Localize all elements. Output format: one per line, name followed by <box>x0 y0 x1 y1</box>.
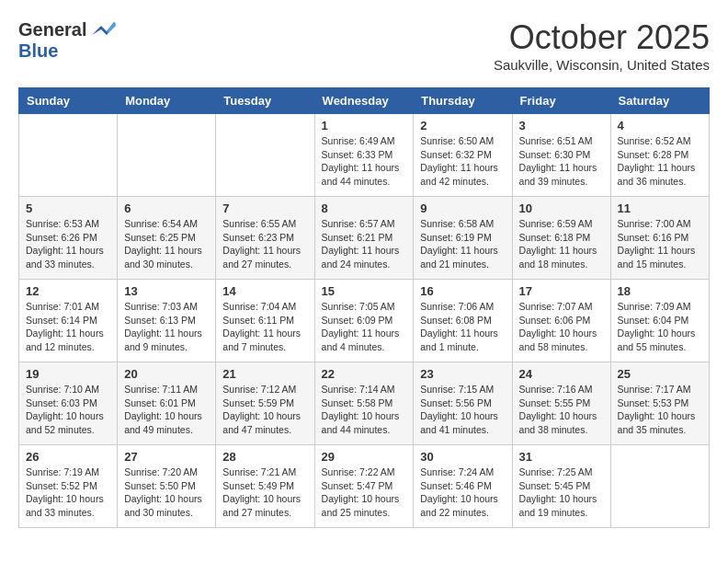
calendar-day-29: 29Sunrise: 7:22 AM Sunset: 5:47 PM Dayli… <box>314 445 414 528</box>
calendar-day-11: 11Sunrise: 7:00 AM Sunset: 6:16 PM Dayli… <box>610 197 709 280</box>
day-number: 11 <box>618 201 702 215</box>
day-number: 10 <box>519 201 604 215</box>
day-info: Sunrise: 7:00 AM Sunset: 6:16 PM Dayligh… <box>618 217 702 271</box>
day-number: 5 <box>26 201 110 215</box>
day-number: 22 <box>322 367 407 381</box>
calendar-day-12: 12Sunrise: 7:01 AM Sunset: 6:14 PM Dayli… <box>19 280 118 362</box>
day-number: 26 <box>26 450 110 464</box>
weekday-header-thursday: Thursday <box>414 88 512 114</box>
day-number: 20 <box>124 367 209 381</box>
day-info: Sunrise: 7:04 AM Sunset: 6:11 PM Dayligh… <box>222 300 307 354</box>
day-info: Sunrise: 7:11 AM Sunset: 6:01 PM Dayligh… <box>124 383 209 437</box>
calendar-day-6: 6Sunrise: 6:54 AM Sunset: 6:25 PM Daylig… <box>118 197 216 280</box>
day-number: 18 <box>618 284 702 298</box>
day-info: Sunrise: 7:19 AM Sunset: 5:52 PM Dayligh… <box>26 465 110 520</box>
day-info: Sunrise: 7:20 AM Sunset: 5:50 PM Dayligh… <box>124 465 209 520</box>
day-info: Sunrise: 6:50 AM Sunset: 6:32 PM Dayligh… <box>420 134 505 189</box>
day-info: Sunrise: 6:57 AM Sunset: 6:21 PM Dayligh… <box>322 217 407 271</box>
day-info: Sunrise: 6:52 AM Sunset: 6:28 PM Dayligh… <box>618 134 702 189</box>
logo-bird-icon <box>88 18 116 40</box>
day-number: 23 <box>420 367 505 381</box>
logo-blue: Blue <box>18 40 58 61</box>
calendar-day-21: 21Sunrise: 7:12 AM Sunset: 5:59 PM Dayli… <box>216 362 314 445</box>
day-number: 3 <box>519 119 604 132</box>
day-number: 8 <box>322 201 407 215</box>
day-info: Sunrise: 7:15 AM Sunset: 5:56 PM Dayligh… <box>420 383 505 437</box>
day-info: Sunrise: 7:17 AM Sunset: 5:53 PM Dayligh… <box>618 383 702 437</box>
calendar-day-13: 13Sunrise: 7:03 AM Sunset: 6:13 PM Dayli… <box>118 280 216 362</box>
day-info: Sunrise: 6:51 AM Sunset: 6:30 PM Dayligh… <box>519 134 604 189</box>
location-subtitle: Saukville, Wisconsin, United States <box>494 57 710 73</box>
calendar-week-row: 26Sunrise: 7:19 AM Sunset: 5:52 PM Dayli… <box>19 445 710 528</box>
weekday-header-tuesday: Tuesday <box>216 88 314 114</box>
day-info: Sunrise: 7:22 AM Sunset: 5:47 PM Dayligh… <box>322 465 407 520</box>
day-number: 24 <box>519 367 604 381</box>
calendar-day-18: 18Sunrise: 7:09 AM Sunset: 6:04 PM Dayli… <box>610 280 709 362</box>
calendar-day-5: 5Sunrise: 6:53 AM Sunset: 6:26 PM Daylig… <box>19 197 118 280</box>
calendar-day-3: 3Sunrise: 6:51 AM Sunset: 6:30 PM Daylig… <box>512 114 610 197</box>
day-number: 29 <box>322 450 407 464</box>
page-header: General Blue October 2025 Saukville, Wis… <box>18 18 710 73</box>
weekday-header-friday: Friday <box>512 88 610 114</box>
day-info: Sunrise: 7:16 AM Sunset: 5:55 PM Dayligh… <box>519 383 604 437</box>
calendar-day-16: 16Sunrise: 7:06 AM Sunset: 6:08 PM Dayli… <box>414 280 512 362</box>
calendar-day-8: 8Sunrise: 6:57 AM Sunset: 6:21 PM Daylig… <box>314 197 414 280</box>
day-number: 7 <box>222 201 307 215</box>
calendar-day-9: 9Sunrise: 6:58 AM Sunset: 6:19 PM Daylig… <box>414 197 512 280</box>
day-number: 14 <box>222 284 307 298</box>
month-title: October 2025 <box>494 18 710 57</box>
day-number: 25 <box>618 367 702 381</box>
calendar-day-30: 30Sunrise: 7:24 AM Sunset: 5:46 PM Dayli… <box>414 445 512 528</box>
calendar-day-20: 20Sunrise: 7:11 AM Sunset: 6:01 PM Dayli… <box>118 362 216 445</box>
day-number: 1 <box>322 119 407 132</box>
day-number: 4 <box>618 119 702 132</box>
calendar-day-1: 1Sunrise: 6:49 AM Sunset: 6:33 PM Daylig… <box>314 114 414 197</box>
day-info: Sunrise: 6:58 AM Sunset: 6:19 PM Dayligh… <box>420 217 505 271</box>
day-info: Sunrise: 7:07 AM Sunset: 6:06 PM Dayligh… <box>519 300 604 354</box>
day-number: 30 <box>420 450 505 464</box>
day-number: 12 <box>26 284 110 298</box>
calendar-day-empty <box>216 114 314 197</box>
calendar-day-31: 31Sunrise: 7:25 AM Sunset: 5:45 PM Dayli… <box>512 445 610 528</box>
day-info: Sunrise: 6:53 AM Sunset: 6:26 PM Dayligh… <box>26 217 110 271</box>
calendar-day-empty <box>19 114 118 197</box>
day-number: 27 <box>124 450 209 464</box>
day-info: Sunrise: 7:24 AM Sunset: 5:46 PM Dayligh… <box>420 465 505 520</box>
calendar-day-14: 14Sunrise: 7:04 AM Sunset: 6:11 PM Dayli… <box>216 280 314 362</box>
calendar-week-row: 5Sunrise: 6:53 AM Sunset: 6:26 PM Daylig… <box>19 197 710 280</box>
day-number: 16 <box>420 284 505 298</box>
day-info: Sunrise: 7:06 AM Sunset: 6:08 PM Dayligh… <box>420 300 505 354</box>
day-number: 2 <box>420 119 505 132</box>
calendar-week-row: 1Sunrise: 6:49 AM Sunset: 6:33 PM Daylig… <box>19 114 710 197</box>
calendar-day-4: 4Sunrise: 6:52 AM Sunset: 6:28 PM Daylig… <box>610 114 709 197</box>
day-number: 6 <box>124 201 209 215</box>
day-info: Sunrise: 7:09 AM Sunset: 6:04 PM Dayligh… <box>618 300 702 354</box>
day-info: Sunrise: 7:10 AM Sunset: 6:03 PM Dayligh… <box>26 383 110 437</box>
day-info: Sunrise: 7:01 AM Sunset: 6:14 PM Dayligh… <box>26 300 110 354</box>
day-info: Sunrise: 7:21 AM Sunset: 5:49 PM Dayligh… <box>222 465 307 520</box>
day-info: Sunrise: 6:54 AM Sunset: 6:25 PM Dayligh… <box>124 217 209 271</box>
logo: General Blue <box>18 18 116 62</box>
weekday-header-row: SundayMondayTuesdayWednesdayThursdayFrid… <box>19 88 710 114</box>
day-number: 15 <box>322 284 407 298</box>
day-number: 17 <box>519 284 604 298</box>
calendar-table: SundayMondayTuesdayWednesdayThursdayFrid… <box>18 87 710 528</box>
calendar-day-25: 25Sunrise: 7:17 AM Sunset: 5:53 PM Dayli… <box>610 362 709 445</box>
weekday-header-monday: Monday <box>118 88 216 114</box>
calendar-day-15: 15Sunrise: 7:05 AM Sunset: 6:09 PM Dayli… <box>314 280 414 362</box>
calendar-day-26: 26Sunrise: 7:19 AM Sunset: 5:52 PM Dayli… <box>19 445 118 528</box>
day-number: 31 <box>519 450 604 464</box>
day-info: Sunrise: 7:14 AM Sunset: 5:58 PM Dayligh… <box>322 383 407 437</box>
day-number: 28 <box>222 450 307 464</box>
weekday-header-wednesday: Wednesday <box>314 88 414 114</box>
calendar-day-10: 10Sunrise: 6:59 AM Sunset: 6:18 PM Dayli… <box>512 197 610 280</box>
calendar-day-27: 27Sunrise: 7:20 AM Sunset: 5:50 PM Dayli… <box>118 445 216 528</box>
day-number: 13 <box>124 284 209 298</box>
weekday-header-saturday: Saturday <box>610 88 709 114</box>
calendar-day-2: 2Sunrise: 6:50 AM Sunset: 6:32 PM Daylig… <box>414 114 512 197</box>
day-info: Sunrise: 6:49 AM Sunset: 6:33 PM Dayligh… <box>322 134 407 189</box>
calendar-day-23: 23Sunrise: 7:15 AM Sunset: 5:56 PM Dayli… <box>414 362 512 445</box>
day-number: 9 <box>420 201 505 215</box>
weekday-header-sunday: Sunday <box>19 88 118 114</box>
logo-general: General <box>18 19 86 40</box>
